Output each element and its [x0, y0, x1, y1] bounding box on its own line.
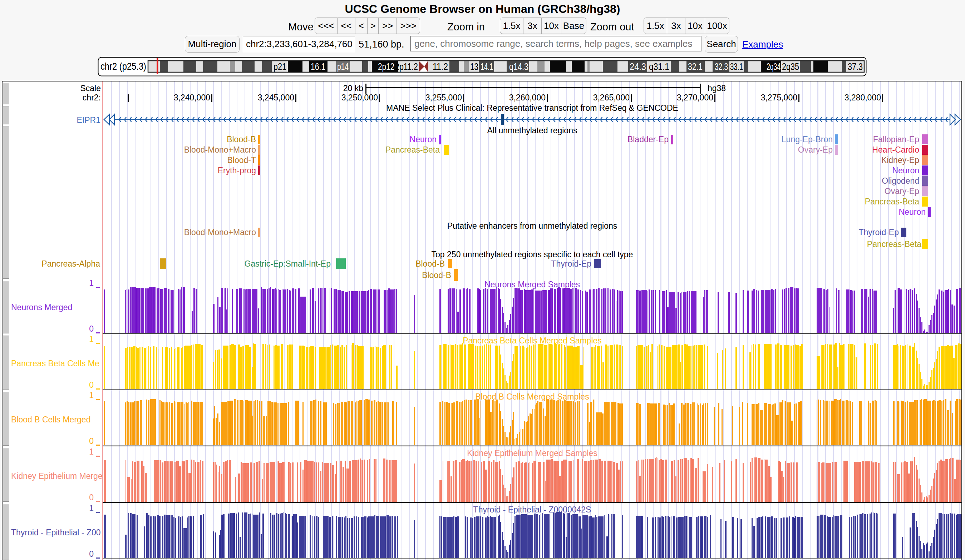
svg-text:14.1: 14.1 — [481, 61, 493, 72]
svg-text:16.1: 16.1 — [311, 61, 325, 72]
svg-text:p14: p14 — [337, 61, 348, 72]
svg-text:2p12: 2p12 — [378, 61, 394, 72]
svg-text:32.1: 32.1 — [688, 61, 703, 72]
svg-text:33.1: 33.1 — [730, 61, 743, 72]
svg-text:q14.3: q14.3 — [509, 61, 528, 72]
svg-text:24.3: 24.3 — [630, 61, 646, 72]
svg-text:q31.1: q31.1 — [649, 61, 669, 72]
svg-text:p21: p21 — [273, 61, 286, 72]
svg-text:2p11.2: 2p11.2 — [395, 61, 418, 72]
svg-text:chr2 (p25.3): chr2 (p25.3) — [100, 61, 146, 72]
svg-text:37.3: 37.3 — [848, 61, 863, 72]
svg-text:32.3: 32.3 — [715, 61, 728, 72]
svg-text:2q35: 2q35 — [782, 61, 799, 72]
svg-text:11.2: 11.2 — [433, 61, 448, 72]
svg-text:13: 13 — [470, 61, 478, 72]
svg-text:2q34: 2q34 — [767, 61, 780, 72]
